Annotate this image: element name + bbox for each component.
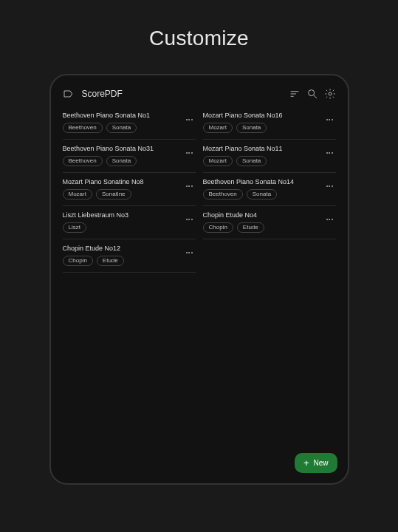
list-item[interactable]: Mozart Piano Sonata No11MozartSonata: [203, 140, 336, 173]
tag-list: MozartSonata: [203, 156, 336, 166]
new-button[interactable]: + New: [295, 453, 337, 473]
tag-list: Liszt: [63, 222, 196, 233]
column-right: Mozart Piano Sonata No16MozartSonataMoza…: [203, 106, 336, 239]
tag[interactable]: Sonata: [236, 123, 267, 133]
more-icon[interactable]: [183, 183, 196, 190]
item-title: Mozart Piano Sonata No16: [203, 112, 336, 119]
more-icon[interactable]: [183, 216, 196, 223]
tag-icon[interactable]: [63, 88, 75, 100]
tag-list: ChopinEtude: [203, 222, 336, 233]
tag[interactable]: Chopin: [63, 256, 93, 266]
tag[interactable]: Beethoven: [63, 123, 103, 133]
tag[interactable]: Beethoven: [203, 189, 243, 200]
item-title: Mozart Piano Sonatine No8: [63, 178, 196, 185]
tag-list: BeethovenSonata: [203, 189, 336, 200]
settings-icon[interactable]: [324, 88, 336, 100]
list-item[interactable]: Mozart Piano Sonata No16MozartSonata: [203, 106, 336, 140]
page-title: Customize: [149, 27, 249, 50]
app-title: ScorePDF: [82, 89, 283, 99]
tag[interactable]: Chopin: [203, 222, 233, 233]
tag-list: MozartSonata: [203, 123, 336, 133]
tag-list: MozartSonatine: [63, 189, 196, 200]
item-title: Chopin Etude No12: [63, 245, 196, 252]
list-item[interactable]: Mozart Piano Sonatine No8MozartSonatine: [63, 173, 196, 206]
sort-icon[interactable]: [289, 88, 301, 100]
score-columns: Beethoven Piano Sonata No1BeethovenSonat…: [60, 106, 339, 273]
tag[interactable]: Liszt: [63, 222, 86, 233]
svg-line-4: [314, 95, 317, 98]
list-item[interactable]: Beethoven Piano Sonata No14BeethovenSona…: [203, 173, 336, 206]
list-item[interactable]: Chopin Etude No12ChopinEtude: [63, 239, 196, 273]
column-left: Beethoven Piano Sonata No1BeethovenSonat…: [63, 106, 196, 273]
search-icon[interactable]: [306, 88, 318, 100]
list-item[interactable]: Beethoven Piano Sonata No31BeethovenSona…: [63, 140, 196, 173]
tablet-frame: ScorePDF Beethoven Piano Sonata No1Beeth…: [49, 74, 349, 485]
tag[interactable]: Mozart: [203, 123, 233, 133]
item-title: Beethoven Piano Sonata No1: [63, 112, 196, 119]
new-button-label: New: [313, 459, 328, 467]
more-icon[interactable]: [323, 183, 336, 190]
list-item[interactable]: Liszt Liebestraum No3Liszt: [63, 206, 196, 239]
tag[interactable]: Beethoven: [63, 156, 103, 166]
svg-point-5: [329, 92, 332, 95]
item-title: Mozart Piano Sonata No11: [203, 145, 336, 152]
tag[interactable]: Mozart: [203, 156, 233, 166]
tag[interactable]: Sonata: [106, 123, 137, 133]
more-icon[interactable]: [183, 116, 196, 123]
more-icon[interactable]: [323, 216, 336, 223]
more-icon[interactable]: [183, 149, 196, 157]
tag[interactable]: Sonata: [247, 189, 277, 200]
item-title: Beethoven Piano Sonata No14: [203, 178, 336, 185]
tag[interactable]: Mozart: [63, 189, 92, 200]
app-header: ScorePDF: [60, 86, 339, 102]
item-title: Liszt Liebestraum No3: [63, 211, 196, 219]
tag[interactable]: Etude: [97, 256, 124, 266]
tag-list: BeethovenSonata: [63, 123, 196, 133]
item-title: Chopin Etude No4: [203, 211, 336, 219]
tag[interactable]: Sonatine: [96, 189, 131, 200]
list-item[interactable]: Beethoven Piano Sonata No1BeethovenSonat…: [63, 106, 196, 140]
item-title: Beethoven Piano Sonata No31: [63, 145, 196, 152]
list-item[interactable]: Chopin Etude No4ChopinEtude: [203, 206, 336, 239]
tag[interactable]: Sonata: [106, 156, 137, 166]
svg-point-3: [308, 90, 314, 96]
tag-list: BeethovenSonata: [63, 156, 196, 166]
tag[interactable]: Etude: [237, 222, 264, 233]
tag[interactable]: Sonata: [236, 156, 267, 166]
plus-icon: +: [303, 460, 309, 466]
tag-list: ChopinEtude: [63, 256, 196, 266]
more-icon[interactable]: [323, 149, 336, 157]
more-icon[interactable]: [183, 249, 196, 256]
more-icon[interactable]: [323, 116, 336, 123]
